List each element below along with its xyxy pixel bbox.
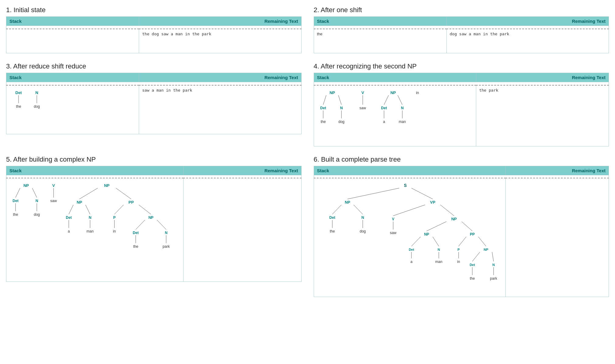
svg-line-31 [16, 188, 20, 198]
svg-text:S: S [404, 183, 407, 188]
svg-line-54 [139, 205, 151, 214]
svg-text:Det: Det [470, 263, 475, 267]
panel-5-tree-svg: NP V NP Det N the [9, 181, 180, 278]
panel-2-table: Stack Remaining Text the dog saw a man i… [314, 16, 609, 53]
panel-1-remaining-header: Remaining Text [139, 17, 301, 26]
svg-text:N: N [492, 263, 495, 267]
svg-text:the: the [470, 276, 475, 281]
svg-line-60 [157, 220, 166, 229]
svg-text:dog: dog [338, 120, 344, 124]
svg-text:P: P [113, 215, 116, 220]
svg-text:NP: NP [344, 200, 350, 205]
panel-5-stack-cell: NP V NP Det N the [6, 178, 183, 282]
panel-1-stack-header: Stack [6, 17, 139, 26]
svg-text:saw: saw [359, 106, 366, 110]
panel-1: 1. Initial state Stack Remaining Text th… [6, 6, 302, 53]
panel-6: 6. Built a complete parse tree Stack Rem… [314, 156, 609, 297]
svg-line-10 [323, 95, 326, 105]
panel-4-table: Stack Remaining Text NP V [314, 73, 609, 146]
svg-text:NP: NP [23, 183, 29, 188]
svg-text:N: N [89, 215, 92, 220]
svg-text:N: N [35, 90, 38, 95]
panel-5: 5. After building a complex NP Stack Rem… [6, 156, 302, 297]
svg-text:V: V [52, 183, 55, 188]
panel-6-stack-header: Stack [314, 166, 505, 175]
svg-text:NP: NP [484, 248, 488, 251]
panel-3-remaining-header: Remaining Text [139, 73, 301, 82]
svg-line-21 [398, 95, 402, 105]
svg-line-99 [478, 237, 486, 246]
svg-text:N: N [438, 248, 440, 251]
main-grid: 1. Initial state Stack Remaining Text th… [6, 6, 609, 297]
svg-line-46 [86, 205, 90, 214]
panel-2-remaining-cell: dog saw a man in the park [446, 29, 609, 53]
svg-line-90 [411, 237, 421, 246]
panel-5-title: 5. After building a complex NP [6, 156, 302, 163]
panel-5-stack-header: Stack [6, 166, 183, 175]
svg-text:V: V [392, 217, 394, 221]
svg-line-20 [384, 95, 389, 105]
svg-line-42 [116, 188, 131, 199]
svg-line-91 [433, 237, 439, 246]
svg-line-72 [332, 205, 341, 214]
svg-line-105 [492, 252, 494, 261]
svg-text:NP: NP [149, 215, 154, 220]
svg-text:Det: Det [16, 90, 22, 95]
svg-text:in: in [113, 229, 116, 233]
panel-2: 2. After one shift Stack Remaining Text … [314, 6, 609, 53]
svg-text:a: a [68, 229, 70, 233]
svg-text:in: in [416, 90, 419, 95]
panel-3-table: Stack Remaining Text Det N [6, 73, 302, 134]
panel-3-stack-header: Stack [6, 73, 139, 82]
panel-4-remaining-cell: the park [476, 85, 609, 146]
panel-4-tree-svg: NP V NP in Det N [317, 88, 469, 143]
svg-text:N: N [165, 231, 168, 235]
svg-line-45 [69, 205, 73, 214]
svg-text:park: park [490, 276, 497, 281]
svg-text:man: man [435, 260, 442, 264]
panel-5-remaining-header: Remaining Text [183, 166, 301, 175]
panel-1-table: Stack Remaining Text the dog saw a man i… [6, 16, 302, 53]
svg-line-41 [79, 188, 98, 199]
svg-text:in: in [457, 260, 460, 264]
svg-line-68 [348, 188, 399, 199]
panel-4-stack-cell: NP V NP in Det N [314, 85, 476, 146]
svg-text:P: P [457, 248, 460, 251]
svg-text:the: the [13, 212, 18, 217]
panel-2-stack-cell: the [314, 29, 446, 53]
svg-text:NP: NP [77, 200, 82, 205]
panel-6-stack-cell: S NP VP Det N [314, 178, 505, 297]
svg-text:VP: VP [430, 200, 435, 205]
svg-text:PP: PP [128, 200, 134, 205]
svg-text:Det: Det [409, 248, 414, 251]
svg-text:NP: NP [390, 90, 396, 95]
panel-4: 4. After recognizing the second NP Stack… [314, 62, 609, 146]
svg-line-104 [472, 252, 480, 261]
panel-1-remaining-cell: the dog saw a man in the park [139, 29, 301, 53]
svg-text:N: N [361, 215, 364, 220]
svg-text:N: N [36, 199, 38, 203]
svg-text:NP: NP [104, 183, 110, 188]
panel-6-tree-svg: S NP VP Det N [317, 181, 500, 293]
svg-text:dog: dog [34, 212, 40, 217]
svg-text:NP: NP [329, 90, 335, 95]
svg-line-87 [462, 222, 472, 231]
panel-3-remaining-cell: saw a man in the park [139, 85, 301, 134]
panel-2-remaining-header: Remaining Text [446, 17, 609, 26]
svg-text:the: the [320, 120, 326, 124]
svg-text:dog: dog [34, 104, 40, 109]
panel-6-title: 6. Built a complete parse tree [314, 156, 609, 163]
panel-2-title: 2. After one shift [314, 6, 609, 14]
svg-text:N: N [340, 106, 343, 110]
svg-text:man: man [86, 229, 93, 233]
panel-3-title: 3. After reduce shift reduce [6, 62, 302, 70]
svg-line-98 [459, 237, 466, 246]
panel-3-tree-svg: Det N the dog [9, 88, 64, 131]
svg-text:a: a [410, 260, 412, 264]
svg-text:Det: Det [133, 231, 138, 235]
svg-text:V: V [361, 90, 364, 95]
panel-5-table: Stack Remaining Text NP V [6, 166, 302, 282]
svg-text:Det: Det [66, 215, 72, 220]
svg-text:saw: saw [390, 231, 397, 235]
panel-2-stack-header: Stack [314, 17, 446, 26]
